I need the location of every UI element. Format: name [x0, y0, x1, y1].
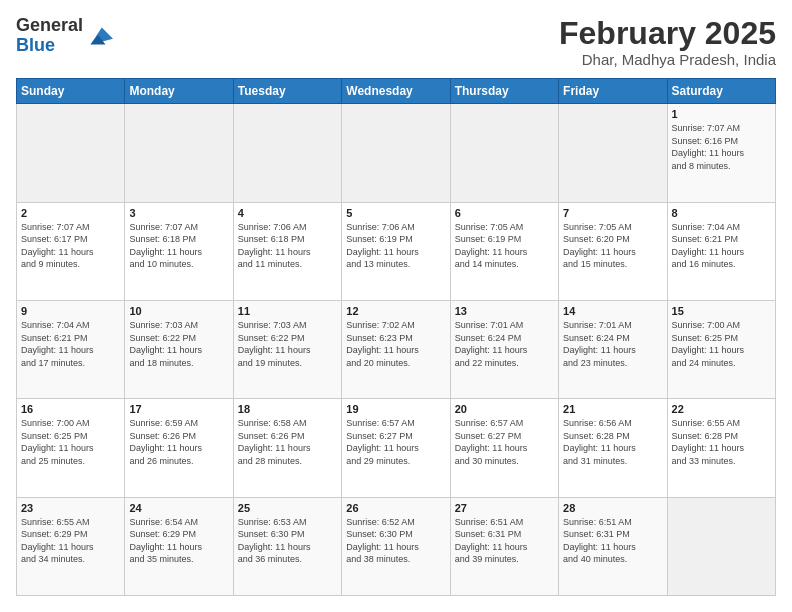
day-number: 14: [563, 305, 662, 317]
day-info: Sunrise: 6:51 AM Sunset: 6:31 PM Dayligh…: [455, 516, 554, 566]
day-number: 23: [21, 502, 120, 514]
day-info: Sunrise: 7:00 AM Sunset: 6:25 PM Dayligh…: [672, 319, 771, 369]
logo-icon: [85, 22, 113, 50]
day-info: Sunrise: 7:03 AM Sunset: 6:22 PM Dayligh…: [238, 319, 337, 369]
day-number: 3: [129, 207, 228, 219]
day-number: 1: [672, 108, 771, 120]
day-info: Sunrise: 6:56 AM Sunset: 6:28 PM Dayligh…: [563, 417, 662, 467]
week-row-3: 16Sunrise: 7:00 AM Sunset: 6:25 PM Dayli…: [17, 399, 776, 497]
day-cell: 1Sunrise: 7:07 AM Sunset: 6:16 PM Daylig…: [667, 104, 775, 202]
day-cell: [233, 104, 341, 202]
day-number: 15: [672, 305, 771, 317]
day-cell: 5Sunrise: 7:06 AM Sunset: 6:19 PM Daylig…: [342, 202, 450, 300]
day-cell: 20Sunrise: 6:57 AM Sunset: 6:27 PM Dayli…: [450, 399, 558, 497]
header: General Blue February 2025 Dhar, Madhya …: [16, 16, 776, 68]
day-info: Sunrise: 7:05 AM Sunset: 6:20 PM Dayligh…: [563, 221, 662, 271]
day-info: Sunrise: 6:53 AM Sunset: 6:30 PM Dayligh…: [238, 516, 337, 566]
day-number: 25: [238, 502, 337, 514]
day-number: 19: [346, 403, 445, 415]
day-cell: 4Sunrise: 7:06 AM Sunset: 6:18 PM Daylig…: [233, 202, 341, 300]
day-info: Sunrise: 7:04 AM Sunset: 6:21 PM Dayligh…: [21, 319, 120, 369]
day-info: Sunrise: 7:07 AM Sunset: 6:18 PM Dayligh…: [129, 221, 228, 271]
day-number: 11: [238, 305, 337, 317]
day-info: Sunrise: 7:04 AM Sunset: 6:21 PM Dayligh…: [672, 221, 771, 271]
day-cell: [450, 104, 558, 202]
week-row-2: 9Sunrise: 7:04 AM Sunset: 6:21 PM Daylig…: [17, 300, 776, 398]
day-cell: 15Sunrise: 7:00 AM Sunset: 6:25 PM Dayli…: [667, 300, 775, 398]
day-cell: [559, 104, 667, 202]
month-year: February 2025: [559, 16, 776, 51]
weekday-header-row: SundayMondayTuesdayWednesdayThursdayFrid…: [17, 79, 776, 104]
day-cell: 7Sunrise: 7:05 AM Sunset: 6:20 PM Daylig…: [559, 202, 667, 300]
day-info: Sunrise: 7:07 AM Sunset: 6:17 PM Dayligh…: [21, 221, 120, 271]
day-number: 17: [129, 403, 228, 415]
day-number: 5: [346, 207, 445, 219]
day-cell: 8Sunrise: 7:04 AM Sunset: 6:21 PM Daylig…: [667, 202, 775, 300]
day-info: Sunrise: 7:01 AM Sunset: 6:24 PM Dayligh…: [455, 319, 554, 369]
day-cell: [125, 104, 233, 202]
weekday-header-friday: Friday: [559, 79, 667, 104]
day-number: 20: [455, 403, 554, 415]
day-number: 12: [346, 305, 445, 317]
logo-text: General Blue: [16, 16, 83, 56]
day-cell: [17, 104, 125, 202]
day-info: Sunrise: 6:57 AM Sunset: 6:27 PM Dayligh…: [346, 417, 445, 467]
day-cell: 9Sunrise: 7:04 AM Sunset: 6:21 PM Daylig…: [17, 300, 125, 398]
day-cell: 21Sunrise: 6:56 AM Sunset: 6:28 PM Dayli…: [559, 399, 667, 497]
week-row-4: 23Sunrise: 6:55 AM Sunset: 6:29 PM Dayli…: [17, 497, 776, 595]
day-number: 8: [672, 207, 771, 219]
day-cell: 19Sunrise: 6:57 AM Sunset: 6:27 PM Dayli…: [342, 399, 450, 497]
day-cell: 3Sunrise: 7:07 AM Sunset: 6:18 PM Daylig…: [125, 202, 233, 300]
day-number: 22: [672, 403, 771, 415]
day-info: Sunrise: 7:07 AM Sunset: 6:16 PM Dayligh…: [672, 122, 771, 172]
calendar-body: 1Sunrise: 7:07 AM Sunset: 6:16 PM Daylig…: [17, 104, 776, 596]
day-cell: 11Sunrise: 7:03 AM Sunset: 6:22 PM Dayli…: [233, 300, 341, 398]
week-row-0: 1Sunrise: 7:07 AM Sunset: 6:16 PM Daylig…: [17, 104, 776, 202]
day-info: Sunrise: 7:02 AM Sunset: 6:23 PM Dayligh…: [346, 319, 445, 369]
location: Dhar, Madhya Pradesh, India: [559, 51, 776, 68]
page: General Blue February 2025 Dhar, Madhya …: [0, 0, 792, 612]
calendar-table: SundayMondayTuesdayWednesdayThursdayFrid…: [16, 78, 776, 596]
day-number: 26: [346, 502, 445, 514]
day-cell: 27Sunrise: 6:51 AM Sunset: 6:31 PM Dayli…: [450, 497, 558, 595]
day-cell: 16Sunrise: 7:00 AM Sunset: 6:25 PM Dayli…: [17, 399, 125, 497]
day-number: 27: [455, 502, 554, 514]
day-info: Sunrise: 6:59 AM Sunset: 6:26 PM Dayligh…: [129, 417, 228, 467]
day-number: 10: [129, 305, 228, 317]
day-cell: 26Sunrise: 6:52 AM Sunset: 6:30 PM Dayli…: [342, 497, 450, 595]
day-number: 4: [238, 207, 337, 219]
day-number: 28: [563, 502, 662, 514]
day-cell: 12Sunrise: 7:02 AM Sunset: 6:23 PM Dayli…: [342, 300, 450, 398]
day-cell: 23Sunrise: 6:55 AM Sunset: 6:29 PM Dayli…: [17, 497, 125, 595]
day-info: Sunrise: 7:03 AM Sunset: 6:22 PM Dayligh…: [129, 319, 228, 369]
weekday-header-tuesday: Tuesday: [233, 79, 341, 104]
weekday-header-sunday: Sunday: [17, 79, 125, 104]
day-number: 9: [21, 305, 120, 317]
day-info: Sunrise: 6:55 AM Sunset: 6:28 PM Dayligh…: [672, 417, 771, 467]
day-info: Sunrise: 7:00 AM Sunset: 6:25 PM Dayligh…: [21, 417, 120, 467]
day-info: Sunrise: 7:05 AM Sunset: 6:19 PM Dayligh…: [455, 221, 554, 271]
day-number: 21: [563, 403, 662, 415]
day-cell: 6Sunrise: 7:05 AM Sunset: 6:19 PM Daylig…: [450, 202, 558, 300]
day-info: Sunrise: 6:52 AM Sunset: 6:30 PM Dayligh…: [346, 516, 445, 566]
logo: General Blue: [16, 16, 113, 56]
day-number: 7: [563, 207, 662, 219]
day-number: 16: [21, 403, 120, 415]
weekday-header-saturday: Saturday: [667, 79, 775, 104]
day-cell: 28Sunrise: 6:51 AM Sunset: 6:31 PM Dayli…: [559, 497, 667, 595]
day-info: Sunrise: 6:54 AM Sunset: 6:29 PM Dayligh…: [129, 516, 228, 566]
day-cell: 24Sunrise: 6:54 AM Sunset: 6:29 PM Dayli…: [125, 497, 233, 595]
weekday-header-thursday: Thursday: [450, 79, 558, 104]
day-number: 6: [455, 207, 554, 219]
day-cell: 13Sunrise: 7:01 AM Sunset: 6:24 PM Dayli…: [450, 300, 558, 398]
weekday-header-monday: Monday: [125, 79, 233, 104]
day-cell: [342, 104, 450, 202]
day-number: 2: [21, 207, 120, 219]
day-info: Sunrise: 7:06 AM Sunset: 6:19 PM Dayligh…: [346, 221, 445, 271]
day-number: 24: [129, 502, 228, 514]
day-cell: 14Sunrise: 7:01 AM Sunset: 6:24 PM Dayli…: [559, 300, 667, 398]
day-cell: 22Sunrise: 6:55 AM Sunset: 6:28 PM Dayli…: [667, 399, 775, 497]
day-cell: 10Sunrise: 7:03 AM Sunset: 6:22 PM Dayli…: [125, 300, 233, 398]
day-cell: 17Sunrise: 6:59 AM Sunset: 6:26 PM Dayli…: [125, 399, 233, 497]
day-info: Sunrise: 7:06 AM Sunset: 6:18 PM Dayligh…: [238, 221, 337, 271]
